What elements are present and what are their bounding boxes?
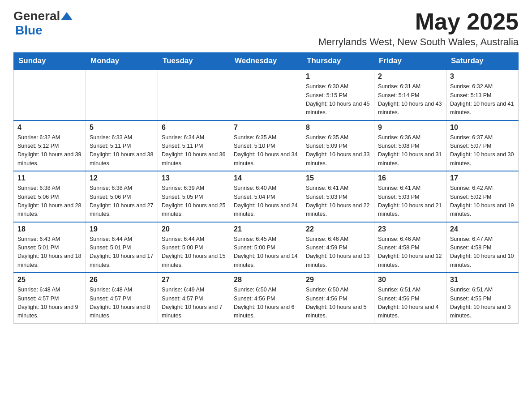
sun-info: Sunrise: 6:51 AMSunset: 4:55 PMDaylight:… [450, 286, 515, 321]
table-row: 18Sunrise: 6:43 AMSunset: 5:01 PMDayligh… [14, 222, 86, 273]
table-row: 27Sunrise: 6:49 AMSunset: 4:57 PMDayligh… [158, 273, 230, 323]
sun-info: Sunrise: 6:46 AMSunset: 4:58 PMDaylight:… [378, 235, 442, 270]
day-number: 8 [306, 124, 370, 132]
day-number: 16 [378, 174, 442, 182]
table-row: 26Sunrise: 6:48 AMSunset: 4:57 PMDayligh… [86, 273, 158, 323]
day-number: 10 [450, 124, 515, 132]
sun-info: Sunrise: 6:33 AMSunset: 5:11 PMDaylight:… [90, 133, 154, 168]
day-number: 17 [450, 174, 515, 182]
sun-info: Sunrise: 6:44 AMSunset: 5:00 PMDaylight:… [162, 235, 226, 270]
sun-info: Sunrise: 6:45 AMSunset: 5:00 PMDaylight:… [234, 235, 298, 270]
col-tuesday: Tuesday [158, 53, 230, 70]
sun-info: Sunrise: 6:46 AMSunset: 4:59 PMDaylight:… [306, 235, 370, 270]
calendar-week-row: 4Sunrise: 6:32 AMSunset: 5:12 PMDaylight… [14, 120, 519, 171]
table-row [86, 69, 158, 120]
day-number: 13 [162, 174, 226, 182]
sun-info: Sunrise: 6:37 AMSunset: 5:07 PMDaylight:… [450, 133, 515, 168]
day-number: 19 [90, 225, 154, 233]
day-number: 18 [17, 225, 82, 233]
calendar-header-row: Sunday Monday Tuesday Wednesday Thursday… [14, 53, 519, 70]
table-row: 4Sunrise: 6:32 AMSunset: 5:12 PMDaylight… [14, 120, 86, 171]
sun-info: Sunrise: 6:36 AMSunset: 5:08 PMDaylight:… [378, 133, 442, 168]
table-row: 12Sunrise: 6:38 AMSunset: 5:06 PMDayligh… [86, 171, 158, 222]
col-sunday: Sunday [14, 53, 86, 70]
col-wednesday: Wednesday [230, 53, 302, 70]
day-number: 21 [234, 225, 298, 233]
sun-info: Sunrise: 6:30 AMSunset: 5:15 PMDaylight:… [306, 82, 370, 117]
sun-info: Sunrise: 6:50 AMSunset: 4:56 PMDaylight:… [234, 286, 298, 321]
sun-info: Sunrise: 6:35 AMSunset: 5:10 PMDaylight:… [234, 133, 298, 168]
col-saturday: Saturday [446, 53, 519, 70]
table-row: 24Sunrise: 6:47 AMSunset: 4:58 PMDayligh… [446, 222, 519, 273]
sun-info: Sunrise: 6:32 AMSunset: 5:13 PMDaylight:… [450, 82, 515, 117]
day-number: 15 [306, 174, 370, 182]
day-number: 1 [306, 73, 370, 81]
sun-info: Sunrise: 6:38 AMSunset: 5:06 PMDaylight:… [17, 184, 82, 219]
day-number: 22 [306, 225, 370, 233]
month-title: May 2025 [318, 9, 519, 34]
title-block: May 2025 Merrylands West, New South Wale… [318, 9, 519, 48]
day-number: 3 [450, 73, 515, 81]
col-thursday: Thursday [302, 53, 374, 70]
sun-info: Sunrise: 6:39 AMSunset: 5:05 PMDaylight:… [162, 184, 226, 219]
day-number: 7 [234, 124, 298, 132]
day-number: 11 [17, 174, 82, 182]
table-row: 25Sunrise: 6:48 AMSunset: 4:57 PMDayligh… [14, 273, 86, 323]
sun-info: Sunrise: 6:32 AMSunset: 5:12 PMDaylight:… [17, 133, 82, 168]
day-number: 2 [378, 73, 442, 81]
table-row: 1Sunrise: 6:30 AMSunset: 5:15 PMDaylight… [302, 69, 374, 120]
table-row: 29Sunrise: 6:50 AMSunset: 4:56 PMDayligh… [302, 273, 374, 323]
calendar-week-row: 11Sunrise: 6:38 AMSunset: 5:06 PMDayligh… [14, 171, 519, 222]
sun-info: Sunrise: 6:40 AMSunset: 5:04 PMDaylight:… [234, 184, 298, 219]
table-row: 15Sunrise: 6:41 AMSunset: 5:03 PMDayligh… [302, 171, 374, 222]
table-row: 30Sunrise: 6:51 AMSunset: 4:56 PMDayligh… [374, 273, 446, 323]
sun-info: Sunrise: 6:38 AMSunset: 5:06 PMDaylight:… [90, 184, 154, 219]
table-row: 21Sunrise: 6:45 AMSunset: 5:00 PMDayligh… [230, 222, 302, 273]
table-row: 31Sunrise: 6:51 AMSunset: 4:55 PMDayligh… [446, 273, 519, 323]
logo: General Blue [13, 9, 73, 38]
table-row: 20Sunrise: 6:44 AMSunset: 5:00 PMDayligh… [158, 222, 230, 273]
table-row [230, 69, 302, 120]
day-number: 23 [378, 225, 442, 233]
calendar-week-row: 1Sunrise: 6:30 AMSunset: 5:15 PMDaylight… [14, 69, 519, 120]
day-number: 28 [234, 276, 298, 284]
table-row: 2Sunrise: 6:31 AMSunset: 5:14 PMDaylight… [374, 69, 446, 120]
sun-info: Sunrise: 6:35 AMSunset: 5:09 PMDaylight:… [306, 133, 370, 168]
calendar-week-row: 18Sunrise: 6:43 AMSunset: 5:01 PMDayligh… [14, 222, 519, 273]
table-row [158, 69, 230, 120]
sun-info: Sunrise: 6:41 AMSunset: 5:03 PMDaylight:… [378, 184, 442, 219]
table-row: 17Sunrise: 6:42 AMSunset: 5:02 PMDayligh… [446, 171, 519, 222]
table-row: 3Sunrise: 6:32 AMSunset: 5:13 PMDaylight… [446, 69, 519, 120]
table-row: 22Sunrise: 6:46 AMSunset: 4:59 PMDayligh… [302, 222, 374, 273]
day-number: 20 [162, 225, 226, 233]
day-number: 4 [17, 124, 82, 132]
day-number: 9 [378, 124, 442, 132]
sun-info: Sunrise: 6:48 AMSunset: 4:57 PMDaylight:… [90, 286, 154, 321]
col-monday: Monday [86, 53, 158, 70]
sun-info: Sunrise: 6:31 AMSunset: 5:14 PMDaylight:… [378, 82, 442, 117]
table-row: 9Sunrise: 6:36 AMSunset: 5:08 PMDaylight… [374, 120, 446, 171]
calendar-week-row: 25Sunrise: 6:48 AMSunset: 4:57 PMDayligh… [14, 273, 519, 323]
day-number: 26 [90, 276, 154, 284]
table-row [14, 69, 86, 120]
table-row: 5Sunrise: 6:33 AMSunset: 5:11 PMDaylight… [86, 120, 158, 171]
table-row: 7Sunrise: 6:35 AMSunset: 5:10 PMDaylight… [230, 120, 302, 171]
day-number: 6 [162, 124, 226, 132]
page-header: General Blue May 2025 Merrylands West, N… [13, 9, 519, 48]
table-row: 11Sunrise: 6:38 AMSunset: 5:06 PMDayligh… [14, 171, 86, 222]
day-number: 29 [306, 276, 370, 284]
table-row: 13Sunrise: 6:39 AMSunset: 5:05 PMDayligh… [158, 171, 230, 222]
day-number: 30 [378, 276, 442, 284]
table-row: 10Sunrise: 6:37 AMSunset: 5:07 PMDayligh… [446, 120, 519, 171]
table-row: 8Sunrise: 6:35 AMSunset: 5:09 PMDaylight… [302, 120, 374, 171]
sun-info: Sunrise: 6:44 AMSunset: 5:01 PMDaylight:… [90, 235, 154, 270]
logo-general-text: General [13, 9, 60, 23]
location-title: Merrylands West, New South Wales, Austra… [318, 36, 519, 48]
table-row: 19Sunrise: 6:44 AMSunset: 5:01 PMDayligh… [86, 222, 158, 273]
sun-info: Sunrise: 6:49 AMSunset: 4:57 PMDaylight:… [162, 286, 226, 321]
day-number: 24 [450, 225, 515, 233]
sun-info: Sunrise: 6:34 AMSunset: 5:11 PMDaylight:… [162, 133, 226, 168]
day-number: 12 [90, 174, 154, 182]
sun-info: Sunrise: 6:48 AMSunset: 4:57 PMDaylight:… [17, 286, 82, 321]
sun-info: Sunrise: 6:41 AMSunset: 5:03 PMDaylight:… [306, 184, 370, 219]
